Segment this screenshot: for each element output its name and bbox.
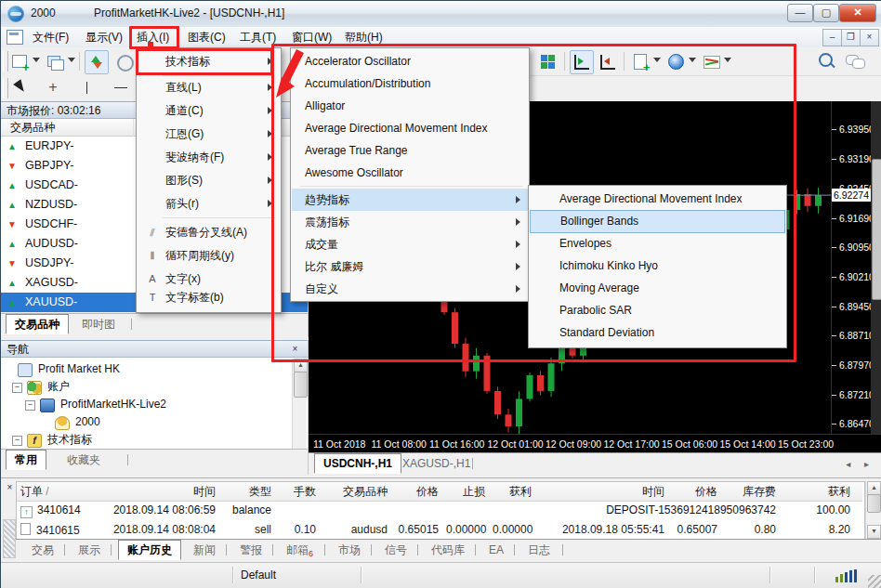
new-chart-dropdown[interactable] <box>33 58 40 62</box>
horizontal-line-button[interactable] <box>109 76 133 100</box>
tab-experts[interactable]: EA <box>480 542 512 558</box>
indicators-list-dropdown[interactable] <box>653 58 661 62</box>
tab-market[interactable]: 市场 <box>330 542 369 558</box>
menu-item-shapes[interactable]: 图形(S) <box>138 169 280 192</box>
menu-item-cycle-lines[interactable]: ⦀循环周期线(y) <box>138 244 280 268</box>
menu-item-lines[interactable]: 直线(L) <box>138 76 280 99</box>
chart-shift-button[interactable] <box>570 50 594 74</box>
restore-button[interactable]: ▢ <box>813 4 839 22</box>
chat-button[interactable] <box>843 50 867 74</box>
menu-item-bollinger-bands[interactable]: Bollinger Bands <box>530 210 785 233</box>
terminal-close-icon[interactable]: × <box>3 481 17 495</box>
menu-item-channels[interactable]: 通道(C) <box>138 99 280 123</box>
chart-tab-usdcnh[interactable]: USDCNH-,H1 <box>314 453 401 474</box>
templates-button[interactable] <box>700 50 724 74</box>
search-button[interactable] <box>815 50 839 74</box>
title-account: 2000 <box>31 7 56 20</box>
menu-item-alligator[interactable]: Alligator <box>292 95 528 117</box>
menu-item-moving-average[interactable]: Moving Average <box>530 277 785 299</box>
table-header-row[interactable]: 订单 / 时间 类型 手数 交易品种 价格 止损 获利 时间 价格 库存费 获利 <box>17 482 862 502</box>
vertical-line-button[interactable] <box>75 76 99 100</box>
menu-charts[interactable]: 图表(C) <box>184 29 230 46</box>
menu-item-bill-williams[interactable]: 比尔 威廉姆 <box>292 255 528 278</box>
tab-tick-chart[interactable]: 即时图 <box>73 316 124 333</box>
menu-item-andrews-pitchfork[interactable]: ⫽安德鲁分叉线(A) <box>138 221 280 244</box>
menu-item-fibonacci[interactable]: 斐波纳奇(F) <box>138 146 280 169</box>
menu-item-adx[interactable]: Average Directional Movement Index <box>292 117 528 139</box>
crosshair-button[interactable]: + <box>42 76 66 100</box>
terminal-scrollbar[interactable]: ▲ ▼ <box>865 481 880 539</box>
child-restore-button[interactable]: ❒ <box>841 29 861 46</box>
menu-item-custom[interactable]: 自定义 <box>292 278 528 300</box>
chart-time-scale[interactable]: 11 Oct 201811 Oct 08:0011 Oct 16:0012 Oc… <box>309 434 881 453</box>
menu-item-envelopes[interactable]: Envelopes <box>530 232 785 255</box>
menu-item-volumes[interactable]: 成交量 <box>292 233 528 255</box>
chart-tab-scroll-arrows[interactable]: ◂ ▸ <box>846 459 874 469</box>
minimize-button[interactable]: — <box>787 4 813 22</box>
chart-price-scale[interactable]: 6.939506.931906.924506.916906.909506.902… <box>831 101 872 434</box>
indicators-submenu: Accelerator Oscillator Accumulation/Dist… <box>290 47 530 302</box>
profiles-dropdown[interactable] <box>68 58 75 62</box>
menu-item-standard-deviation[interactable]: Standard Deviation <box>530 321 785 344</box>
history-row-balance[interactable]: ↑3410614 2018.09.14 08:06:59 balance DEP… <box>17 502 862 520</box>
menu-tools[interactable]: 工具(T) <box>236 29 280 46</box>
menu-item-average-true-range[interactable]: Average True Range <box>292 139 528 162</box>
resize-grip[interactable] <box>868 575 881 588</box>
collapse-expander-icon[interactable]: − <box>25 400 35 411</box>
menu-window[interactable]: 窗口(W) <box>288 29 335 46</box>
auto-scroll-button[interactable] <box>596 50 620 74</box>
data-window-button[interactable] <box>112 50 137 74</box>
tab-signals[interactable]: 信号 <box>376 542 415 558</box>
menu-item-adx[interactable]: Average Directional Movement Index <box>530 188 785 210</box>
menu-item-text-label[interactable]: T文字标签(b) <box>138 286 280 309</box>
menu-item-ichimoku[interactable]: Ichimoku Kinko Hyo <box>530 255 785 277</box>
profile-indicator[interactable]: Default <box>241 568 276 581</box>
tab-account-history[interactable]: 账户历史 <box>118 540 181 560</box>
menu-item-accelerator-oscillator[interactable]: Accelerator Oscillator <box>292 50 528 72</box>
menu-item-parabolic-sar[interactable]: Parabolic SAR <box>530 299 785 321</box>
periods-dropdown[interactable] <box>689 58 696 62</box>
close-button[interactable]: ✕ <box>839 4 876 22</box>
new-chart-button[interactable]: + <box>8 50 33 74</box>
menu-view[interactable]: 显示(V) <box>82 29 126 46</box>
navigator-close-icon[interactable]: × <box>288 343 302 357</box>
menu-item-accumulation-distribution[interactable]: Accumulation/Distribution <box>292 72 528 95</box>
scroll-up-icon[interactable]: ▲ <box>294 359 308 372</box>
menu-item-oscillators[interactable]: 震荡指标 <box>292 211 528 233</box>
tab-symbols[interactable]: 交易品种 <box>6 314 69 334</box>
chart-vertical-scrollbar[interactable] <box>871 101 881 434</box>
menu-item-arrows[interactable]: 箭头(r) <box>138 192 280 216</box>
tab-alerts[interactable]: 警报 <box>231 542 270 558</box>
cursor-button[interactable] <box>8 76 33 100</box>
tab-common[interactable]: 常用 <box>6 450 46 470</box>
scroll-up-icon[interactable]: ▲ <box>867 481 881 495</box>
menu-item-trend-indicators[interactable]: 趋势指标 <box>292 189 528 211</box>
menu-item-indicators[interactable]: 技术指标 <box>138 50 280 73</box>
menu-item-awesome-oscillator[interactable]: Awesome Oscillator <box>292 162 528 184</box>
tab-favorites[interactable]: 收藏夹 <box>59 451 109 468</box>
scroll-down-icon[interactable]: ▼ <box>867 525 881 539</box>
tab-exposure[interactable]: 展示 <box>70 542 109 558</box>
tab-mailbox[interactable]: 邮箱6 <box>278 542 322 558</box>
collapse-expander-icon[interactable]: − <box>12 436 22 446</box>
periods-button[interactable] <box>664 50 689 74</box>
history-row-order[interactable]: 3410615 2018.09.14 08:08:04 sell 0.10 au… <box>17 521 862 537</box>
tab-trade[interactable]: 交易 <box>23 542 62 558</box>
market-watch-toggle-button[interactable] <box>85 50 109 74</box>
collapse-expander-icon[interactable]: − <box>12 383 22 393</box>
tab-code-base[interactable]: 代码库 <box>423 542 473 558</box>
tile-windows-button[interactable] <box>536 50 560 74</box>
menu-file[interactable]: 文件(F) <box>29 29 72 46</box>
menu-help[interactable]: 帮助(H) <box>341 29 387 46</box>
child-close-button[interactable]: × <box>860 29 879 46</box>
tab-news[interactable]: 新闻 <box>185 542 224 558</box>
menu-item-gann[interactable]: 江恩(G) <box>138 123 280 146</box>
indicators-list-button[interactable]: + <box>629 50 653 74</box>
templates-dropdown[interactable] <box>724 58 731 62</box>
profiles-button[interactable] <box>44 50 68 74</box>
child-minimize-button[interactable]: – <box>822 29 842 46</box>
menu-insert[interactable]: 插入(I) <box>133 29 173 46</box>
chart-tab-xagusd[interactable]: XAGUSD-,H1 <box>394 455 479 472</box>
terminal-grip[interactable] <box>3 519 16 558</box>
tab-journal[interactable]: 日志 <box>519 542 559 558</box>
